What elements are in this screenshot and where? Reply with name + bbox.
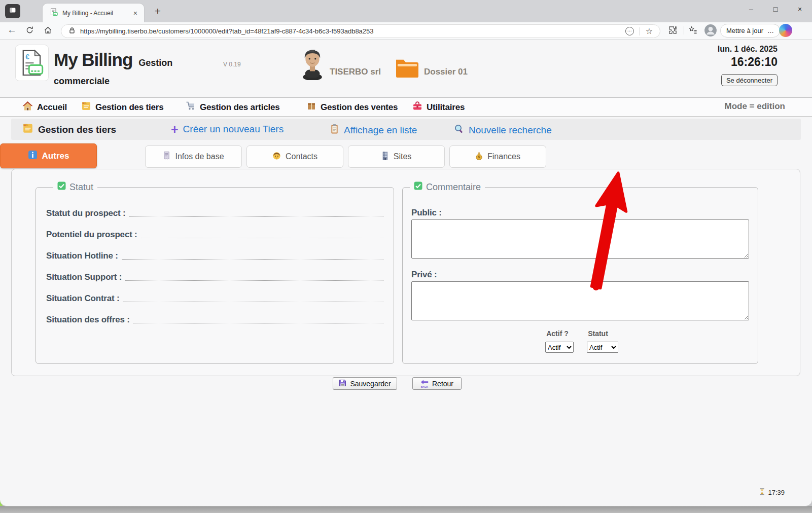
tab-contacts[interactable]: Contacts: [246, 145, 343, 168]
nav-label: Accueil: [37, 102, 67, 113]
tab-close-icon[interactable]: ×: [132, 9, 139, 17]
workspaces-icon: [8, 5, 18, 17]
home-icon[interactable]: [44, 26, 52, 36]
statut-select[interactable]: Actif: [587, 342, 618, 353]
legend-label: Commentaire: [426, 182, 481, 193]
more-options-icon[interactable]: …: [767, 27, 774, 34]
svg-text:€: €: [25, 53, 29, 61]
address-bar[interactable]: https://mybilling.tiserbo.be/customers/1…: [61, 24, 660, 38]
back-icon[interactable]: ←: [7, 24, 17, 35]
browser-tab[interactable]: My Billing - Accueil ×: [43, 4, 144, 22]
actif-label: Actif ?: [540, 329, 575, 338]
legend-label: Statut: [69, 182, 93, 193]
nav-label: Gestion des ventes: [321, 102, 398, 113]
tab-label: Finances: [487, 152, 520, 161]
cart-icon: [186, 101, 196, 114]
app-logo: €: [15, 45, 49, 81]
back-arrow-icon: BACK: [420, 380, 429, 388]
statut-label: Statut: [581, 329, 615, 338]
favicon-icon: [50, 8, 58, 18]
update-label: Mettre à jour: [726, 27, 763, 34]
logout-button[interactable]: Se déconnecter: [721, 74, 778, 86]
dotted-leader: [141, 238, 383, 238]
tab-finances[interactable]: $ Finances: [449, 145, 546, 168]
collections-icon[interactable]: [689, 26, 697, 36]
tab-sites[interactable]: Sites: [348, 145, 445, 168]
actif-select[interactable]: Actif: [545, 342, 574, 353]
commentaire-fieldset: Commentaire Public : Privé : Actif ? Sta…: [402, 181, 758, 364]
nav-item-utilitaires[interactable]: Utilitaires: [412, 101, 465, 114]
nav-item-gestion-articles[interactable]: Gestion des articles: [186, 101, 280, 114]
status-time: 17:39: [759, 488, 785, 497]
subnav-title-label: Gestion des tiers: [38, 124, 116, 135]
maximize-button[interactable]: □: [763, 0, 788, 18]
link-label: Affichage en liste: [344, 125, 417, 136]
person-icon: [272, 152, 281, 162]
link-label: Créer un nouveau Tiers: [183, 124, 284, 135]
list-view-link[interactable]: Affichage en liste: [330, 124, 417, 137]
user-avatar: [299, 48, 326, 82]
field-row: Situation Contrat :: [46, 293, 384, 304]
close-button[interactable]: ×: [788, 0, 812, 18]
favorite-star-icon[interactable]: ☆: [646, 26, 653, 36]
nav-item-gestion-tiers[interactable]: Gestion des tiers: [81, 101, 164, 114]
new-search-link[interactable]: Nouvelle recherche: [454, 124, 552, 136]
refresh-icon[interactable]: [25, 26, 34, 36]
receipt-icon: [163, 151, 170, 162]
create-tiers-link[interactable]: + Créer un nouveau Tiers: [171, 124, 284, 135]
field-row: Statut du prospect :: [46, 208, 384, 219]
home-house-icon: [22, 101, 33, 114]
mode-indicator: Mode = edition: [725, 101, 785, 112]
search-icon: [454, 124, 464, 136]
window-bottom-edge: [0, 506, 812, 513]
checkbox-checked-icon[interactable]: [414, 181, 422, 193]
statut-legend: Statut: [53, 181, 97, 193]
extensions-icon[interactable]: [668, 26, 677, 36]
back-micro-label: BACK: [421, 386, 428, 388]
new-tab-button[interactable]: +: [151, 5, 164, 18]
tab-infos-de-base[interactable]: Infos de base: [145, 145, 242, 168]
nav-item-accueil[interactable]: Accueil: [22, 101, 67, 114]
tab-label: Infos de base: [175, 152, 224, 161]
clipboard-icon: [330, 124, 339, 137]
url-text[interactable]: https://mybilling.tiserbo.be/customers/1…: [80, 27, 625, 35]
site-permissions-icon[interactable]: ⋯: [625, 27, 634, 35]
field-label: Potentiel du prospect :: [46, 229, 137, 240]
current-time: 16:26:10: [731, 55, 778, 69]
subnav-title: Gestion des tiers: [22, 123, 116, 136]
dossier-name: Dossier 01: [424, 67, 468, 77]
field-label: Situation Contrat :: [46, 293, 119, 304]
checkbox-checked-icon[interactable]: [57, 181, 66, 193]
prive-comment-textarea[interactable]: [411, 281, 749, 320]
save-label: Sauvegarder: [350, 380, 391, 388]
statut-fieldset: Statut Statut du prospect : Potentiel du…: [36, 181, 394, 364]
nav-item-gestion-ventes[interactable]: Gestion des ventes: [306, 101, 398, 114]
minimize-button[interactable]: –: [739, 0, 763, 18]
browser-update-button[interactable]: Mettre à jour …: [720, 24, 780, 38]
svg-text:$: $: [478, 155, 480, 159]
tab-label: Autres: [42, 151, 69, 161]
field-label: Situation Support :: [46, 272, 122, 283]
invoice-euro-icon: €: [20, 49, 44, 77]
window-controls: – □ ×: [739, 0, 812, 18]
tab-autres[interactable]: Autres: [0, 143, 97, 168]
browser-profile-avatar[interactable]: [704, 24, 717, 39]
copilot-icon[interactable]: [779, 24, 792, 37]
back-form-button[interactable]: BACK Retour: [412, 377, 462, 390]
link-label: Nouvelle recherche: [469, 125, 552, 136]
tab-label: Sites: [394, 152, 412, 161]
workspaces-button[interactable]: [5, 4, 20, 18]
nav-label: Utilitaires: [427, 102, 465, 113]
status-time-label: 17:39: [768, 489, 785, 496]
public-label: Public :: [411, 208, 442, 218]
save-button[interactable]: Sauvegarder: [333, 377, 397, 390]
dotted-leader: [125, 280, 383, 281]
public-comment-textarea[interactable]: [411, 219, 749, 259]
info-icon: [28, 150, 38, 162]
divider: [640, 27, 640, 35]
dotted-leader: [129, 216, 383, 217]
prive-label: Privé :: [411, 270, 437, 280]
nav-label: Gestion des articles: [200, 102, 280, 113]
field-row: Situation Support :: [46, 272, 384, 283]
field-row: Situation des offres :: [46, 314, 384, 325]
